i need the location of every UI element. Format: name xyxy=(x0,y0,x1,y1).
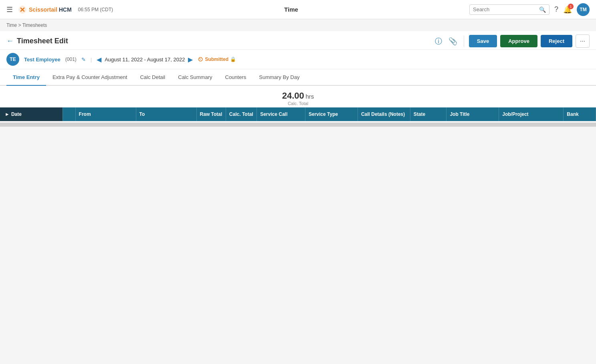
col-header-job-project: Job/Project xyxy=(499,107,564,121)
attachment-button[interactable]: 📎 xyxy=(447,35,459,47)
breadcrumb: Time > Timesheets xyxy=(0,19,596,31)
tab-calc-detail[interactable]: Calc Detail xyxy=(133,69,172,86)
info-button[interactable]: ⓘ xyxy=(433,35,444,48)
date-next-button[interactable]: ▶ xyxy=(188,56,193,63)
col-header-to: To xyxy=(136,107,196,121)
page-header: ← Timesheet Edit ⓘ 📎 Save Approve Reject… xyxy=(0,31,596,50)
avatar[interactable]: TM xyxy=(577,3,590,16)
col-header-call-details: Call Details (Notes) xyxy=(358,107,410,121)
notification-bell[interactable]: 🔔 1 xyxy=(563,5,572,14)
col-header-date: ► Date xyxy=(0,107,63,121)
approve-button[interactable]: Approve xyxy=(500,35,537,47)
more-button[interactable]: ⋯ xyxy=(576,34,590,48)
search-input[interactable] xyxy=(473,6,539,12)
col-header-calc: Calc. Total xyxy=(226,107,257,121)
logo-scissortail: Scissortail HCM xyxy=(29,6,72,13)
breadcrumb-separator: > xyxy=(18,22,22,28)
time-display: 06:55 PM (CDT) xyxy=(78,7,113,12)
employee-edit-icon[interactable]: ✎ xyxy=(81,57,86,63)
date-nav: ◀ August 11, 2022 - August 17, 2022 ▶ xyxy=(97,56,193,63)
tab-counters[interactable]: Counters xyxy=(219,69,253,86)
total-hours-display: 24.00 hrs xyxy=(0,91,596,101)
total-label: Calc. Total xyxy=(0,101,596,106)
employee-code: (001) xyxy=(65,57,77,62)
col-header-state: State xyxy=(410,107,446,121)
employee-bar: TE Test Employee (001) ✎ | ◀ August 11, … xyxy=(0,50,596,69)
horizontal-scrollbar[interactable] xyxy=(0,123,596,127)
tab-calc-summary[interactable]: Calc Summary xyxy=(172,69,218,86)
status-label: Submitted xyxy=(205,57,228,62)
search-box: 🔍 xyxy=(469,4,550,15)
search-icon: 🔍 xyxy=(539,6,546,13)
save-button[interactable]: Save xyxy=(469,35,497,47)
total-unit: hrs xyxy=(305,93,314,100)
page-title: Timesheet Edit xyxy=(17,37,433,45)
status-badge: ⏲ Submitted 🔒 xyxy=(198,56,236,63)
col-header-service-call: Service Call xyxy=(257,107,305,121)
col-header-actions xyxy=(63,107,75,121)
total-bar: 24.00 hrs Calc. Total xyxy=(0,86,596,107)
logo: Scissortail HCM xyxy=(18,5,72,14)
employee-name[interactable]: Test Employee xyxy=(24,57,61,63)
back-button[interactable]: ← xyxy=(6,37,14,45)
app-title: Time xyxy=(118,6,465,13)
tab-time-entry[interactable]: Time Entry xyxy=(6,69,46,86)
col-header-raw: Raw Total xyxy=(196,107,226,121)
tabs: Time Entry Extra Pay & Counter Adjustmen… xyxy=(0,69,596,86)
status-icon: ⏲ xyxy=(198,56,203,63)
expand-all-icon[interactable]: ► xyxy=(5,111,10,117)
notification-badge: 1 xyxy=(568,4,574,9)
hamburger-icon[interactable]: ☰ xyxy=(6,5,13,14)
divider xyxy=(464,36,464,47)
help-icon[interactable]: ? xyxy=(554,5,558,14)
breadcrumb-current: Timesheets xyxy=(22,22,47,28)
col-header-service-type: Service Type xyxy=(305,107,358,121)
timesheet-table-container: ► Date From To Raw Total Calc. Total Ser… xyxy=(0,107,596,121)
date-prev-button[interactable]: ◀ xyxy=(97,56,101,63)
col-header-from: From xyxy=(75,107,136,121)
col-header-bank: Bank xyxy=(564,107,596,121)
date-range: August 11, 2022 - August 17, 2022 xyxy=(105,57,185,63)
total-hours-value: 24.00 xyxy=(282,91,304,101)
tab-extra-pay[interactable]: Extra Pay & Counter Adjustment xyxy=(46,69,133,86)
header-actions: ⓘ 📎 Save Approve Reject ⋯ xyxy=(433,34,590,48)
top-nav: ☰ Scissortail HCM 06:55 PM (CDT) Time 🔍 … xyxy=(0,0,596,19)
breadcrumb-parent[interactable]: Time xyxy=(6,22,17,28)
tab-summary-by-day[interactable]: Summary By Day xyxy=(253,69,306,86)
col-header-job-title: Job Title xyxy=(446,107,499,121)
employee-avatar: TE xyxy=(6,53,19,66)
timesheet-table: ► Date From To Raw Total Calc. Total Ser… xyxy=(0,107,596,121)
lock-icon: 🔒 xyxy=(230,57,236,62)
nav-icons: ? 🔔 1 TM xyxy=(554,3,590,16)
reject-button[interactable]: Reject xyxy=(541,35,572,47)
